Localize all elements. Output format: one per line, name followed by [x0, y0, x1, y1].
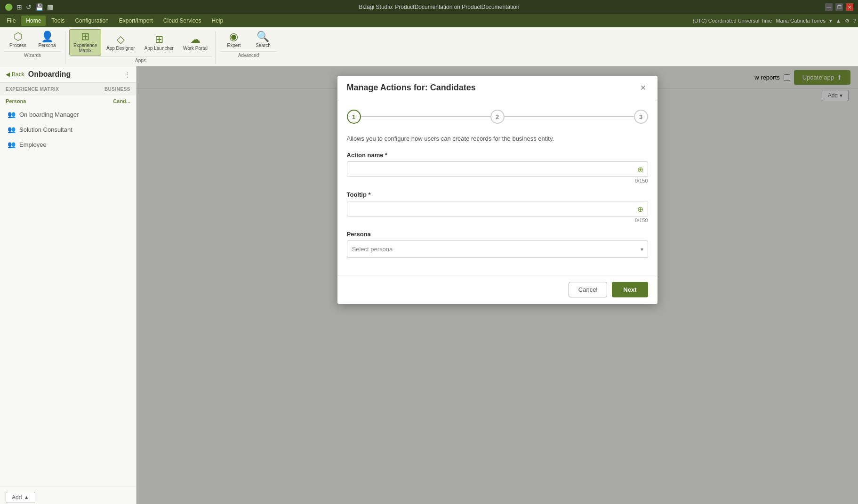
menu-configuration[interactable]: Configuration	[70, 16, 113, 26]
app-launcher-label: App Launcher	[144, 46, 174, 51]
persona-group: Persona Select persona On boarding Manag…	[347, 231, 648, 258]
experience-matrix-label: ExperienceMatrix	[73, 43, 97, 53]
business-section-label: BUSINESS	[104, 87, 130, 92]
wizards-group-label: Wizards	[4, 51, 61, 59]
ribbon-btn-expert[interactable]: ◉ Expert	[220, 29, 248, 50]
title-bar: 🟢 ⊞ ↺ 💾 ▦ Bizagi Studio: ProductDocument…	[0, 0, 858, 14]
ribbon-btn-app-launcher[interactable]: ⊞ App Launcher	[140, 29, 178, 56]
ribbon-btn-process[interactable]: ⬡ Process	[4, 29, 32, 50]
ribbon-wizards-items: ⬡ Process 👤 Persona	[4, 29, 61, 50]
ribbon-advanced-items: ◉ Expert 🔍 Search	[220, 29, 277, 50]
menu-home[interactable]: Home	[21, 16, 46, 26]
minimize-button[interactable]: —	[825, 3, 833, 11]
app-designer-icon: ◇	[117, 34, 125, 45]
main-layout: ◀ Back Onboarding ⋮ EXPERIENCE MATRIX BU…	[0, 66, 858, 504]
persona-user-icon-2: 👥	[8, 126, 16, 133]
menu-cloud-services[interactable]: Cloud Services	[159, 16, 206, 26]
search-ribbon-icon: 🔍	[257, 32, 269, 42]
tooltip-wrapper: ⊕	[347, 201, 648, 216]
menu-bar-right: (UTC) Coordinated Universal Time Maria G…	[693, 18, 856, 24]
add-label-left: Add	[12, 494, 22, 501]
action-name-label: Action name *	[347, 152, 648, 159]
ribbon-apps-items: ⊞ ExperienceMatrix ◇ App Designer ⊞ App …	[69, 29, 212, 56]
list-item-solution-consultant[interactable]: 👥 Solution Consultant	[0, 122, 136, 137]
ribbon-sep-2	[216, 31, 216, 64]
onboarding-manager-label: On boarding Manager	[19, 111, 79, 118]
modal-close-button[interactable]: ×	[639, 82, 648, 93]
add-button-left[interactable]: Add ▲	[6, 492, 35, 503]
translate-icon-1[interactable]: ⊕	[637, 165, 643, 174]
experience-matrix-section-label: EXPERIENCE MATRIX	[6, 87, 59, 92]
app-logo-icon: 🟢	[5, 3, 13, 11]
ribbon-group-wizards: ⬡ Process 👤 Persona Wizards	[4, 29, 61, 61]
back-arrow-icon: ◀	[6, 71, 10, 78]
ribbon-btn-work-portal[interactable]: ☁ Work Portal	[179, 29, 212, 56]
ribbon-btn-persona[interactable]: 👤 Persona	[33, 29, 61, 50]
back-button[interactable]: ◀ Back	[6, 71, 24, 78]
window-title: Bizagi Studio: ProductDocumentation on P…	[53, 4, 825, 10]
timezone-label: (UTC) Coordinated Universal Time	[693, 18, 772, 24]
right-panel: w reports Update app ⬆ Add ▾ Manage Acti…	[136, 66, 858, 504]
persona-select-wrapper: Select persona On boarding Manager Solut…	[347, 240, 648, 258]
experience-matrix-icon: ⊞	[81, 32, 89, 42]
left-panel: ◀ Back Onboarding ⋮ EXPERIENCE MATRIX BU…	[0, 66, 136, 504]
persona-user-icon-3: 👥	[8, 141, 16, 148]
tooltip-label: Tooltip *	[347, 191, 648, 198]
modal-overlay: Manage Actions for: Candidates × 1 2	[136, 66, 858, 504]
ribbon-group-advanced: ◉ Expert 🔍 Search Advanced	[220, 29, 277, 61]
menu-help[interactable]: Help	[207, 16, 228, 26]
work-portal-label: Work Portal	[183, 46, 208, 51]
modal-manage-actions: Manage Actions for: Candidates × 1 2	[337, 76, 658, 304]
tooltip-input[interactable]	[347, 201, 648, 216]
next-button[interactable]: Next	[612, 282, 648, 297]
save-icon: 💾	[35, 3, 43, 11]
process-label: Process	[9, 43, 26, 48]
translate-icon-2[interactable]: ⊕	[637, 204, 643, 213]
persona-select[interactable]: Select persona On boarding Manager Solut…	[347, 240, 648, 258]
ribbon-group-apps: ⊞ ExperienceMatrix ◇ App Designer ⊞ App …	[69, 29, 212, 66]
work-portal-icon: ☁	[190, 34, 200, 45]
more-options-icon[interactable]: ⋮	[124, 71, 130, 78]
persona-icon: 👤	[41, 32, 54, 42]
step-1: 1	[347, 110, 361, 124]
ribbon-btn-search[interactable]: 🔍 Search	[249, 29, 277, 50]
step-line-1	[361, 116, 490, 117]
persona-section-item: Persona Cand...	[0, 96, 136, 107]
action-name-input[interactable]	[347, 161, 648, 177]
section-header: EXPERIENCE MATRIX BUSINESS	[0, 83, 136, 96]
restore-button[interactable]: ❐	[835, 3, 843, 11]
step-2-label: 2	[496, 113, 499, 120]
up-arrow-icon: ▲	[836, 18, 841, 24]
refresh-icon: ↺	[26, 3, 32, 11]
menu-export-import[interactable]: Export/Import	[114, 16, 158, 26]
ribbon-btn-experience-matrix[interactable]: ⊞ ExperienceMatrix	[69, 29, 101, 56]
grid-icon: ⊞	[16, 3, 22, 11]
step-line-2	[505, 116, 634, 117]
chevron-up-icon: ▲	[24, 494, 29, 501]
list-item-employee[interactable]: 👥 Employee	[0, 137, 136, 152]
persona-section-text: Persona	[6, 98, 26, 104]
cancel-button[interactable]: Cancel	[569, 282, 607, 297]
ribbon-btn-app-designer[interactable]: ◇ App Designer	[102, 29, 139, 56]
close-button[interactable]: ✕	[846, 3, 853, 11]
persona-user-icon-1: 👥	[8, 111, 16, 118]
expert-label: Expert	[227, 43, 241, 48]
help-icon[interactable]: ?	[853, 18, 856, 24]
app-designer-label: App Designer	[106, 46, 135, 51]
menu-tools[interactable]: Tools	[47, 16, 69, 26]
modal-description: Allows you to configure how users can cr…	[347, 135, 648, 142]
apps-group-label: Apps	[69, 56, 212, 64]
modal-header: Manage Actions for: Candidates ×	[337, 76, 658, 100]
expert-icon: ◉	[229, 32, 238, 42]
step-3-label: 3	[639, 113, 642, 120]
title-bar-left: 🟢 ⊞ ↺ 💾 ▦	[5, 3, 53, 11]
panel-title: Onboarding	[28, 70, 71, 79]
menu-file[interactable]: File	[2, 16, 20, 26]
chevron-down-icon: ▾	[829, 18, 832, 24]
list-item-onboarding-manager[interactable]: 👥 On boarding Manager	[0, 107, 136, 122]
settings-icon[interactable]: ⚙	[845, 18, 850, 24]
solution-consultant-label: Solution Consultant	[19, 126, 72, 133]
modal-title: Manage Actions for: Candidates	[347, 83, 639, 93]
left-panel-footer: Add ▲	[0, 487, 136, 504]
persona-label: Persona	[38, 43, 56, 48]
